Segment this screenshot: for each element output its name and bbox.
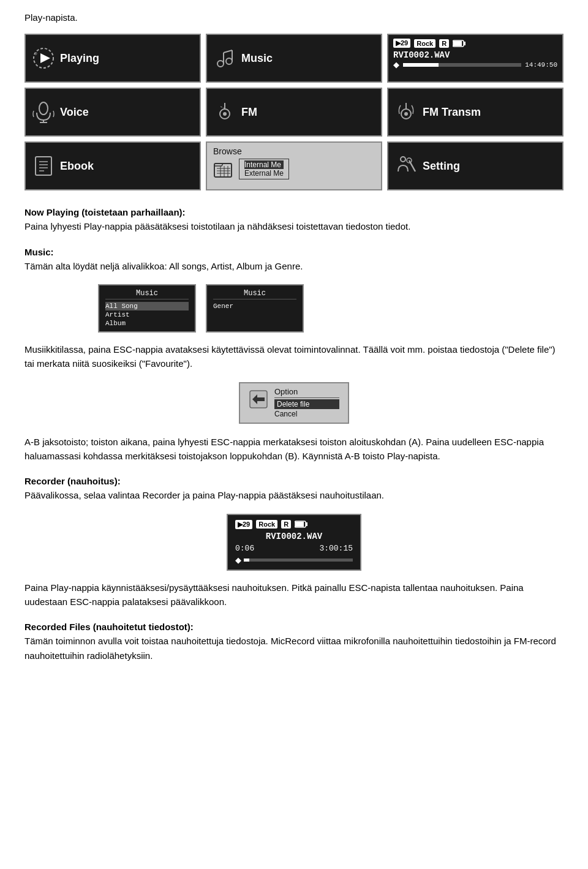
now-playing-heading: Now Playing (toistetaan parhaillaan):: [24, 207, 186, 217]
svg-rect-10: [453, 41, 462, 46]
browse-title: Browse: [213, 146, 242, 156]
section-recorder-text1: Paina Play-nappia käynnistääksesi/pysäyt…: [24, 581, 564, 609]
section-music: Music: Tämän alta löydät neljä alivalikk…: [24, 245, 564, 274]
music-screen-1-item-allsong: All Song: [105, 302, 189, 310]
rec-badge-play: ▶29: [235, 520, 252, 529]
section-ab-loop: A-B jaksotoisto; toiston aikana, paina l…: [24, 435, 564, 464]
music-label: Music: [241, 52, 273, 65]
music-screen-2-title: Music: [213, 289, 296, 299]
rec-badge-r: R: [281, 520, 291, 529]
music-heading: Music:: [24, 247, 54, 257]
now-playing-text: Now Playing (toistetaan parhaillaan): Pa…: [24, 205, 564, 234]
section-music-esc: Musiikkitilassa, paina ESC-nappia avatak…: [24, 342, 564, 371]
music-screen-2-item-gener: Gener: [213, 302, 296, 310]
svg-rect-21: [36, 157, 51, 175]
svg-text:♪: ♪: [35, 50, 38, 56]
screen-music: Music: [206, 34, 382, 83]
screen-fm: FM: [206, 88, 382, 137]
svg-rect-38: [257, 397, 265, 401]
recorder-screen-wrap: ▶29 Rock R RVI0002.WAV 0:06 3:00:15 ◆: [24, 514, 564, 571]
rec-progress-bar: [244, 559, 353, 562]
section-now-playing: Now Playing (toistetaan parhaillaan): Pa…: [24, 205, 564, 234]
recorded-files-body: Tämän toiminnon avulla voit toistaa nauh…: [24, 636, 556, 660]
now-playing-body: Paina lyhyesti Play-nappia pääsätäksesi …: [24, 221, 410, 231]
svg-rect-41: [295, 522, 304, 527]
setting-icon: [394, 154, 418, 178]
svg-point-4: [226, 58, 232, 64]
rec-battery-icon: [295, 520, 308, 529]
option-screen-wrap: Option Delete file Cancel: [24, 382, 564, 424]
music-screen-1-title: Music: [105, 289, 189, 299]
svg-point-11: [39, 102, 48, 115]
section-recorder: Recorder (nauhoitus): Päävalikossa, sela…: [24, 474, 564, 503]
svg-point-15: [223, 112, 227, 116]
rec-badge-rock: Rock: [256, 520, 277, 529]
music-body: Tämän alta löydät neljä alivalikkoa: All…: [24, 261, 303, 271]
browse-menu-item-external: External Me: [244, 169, 284, 178]
recorded-files-heading: Recorded Files (nauhoitetut tiedostot):: [24, 622, 194, 632]
option-menu-title: Option: [274, 387, 339, 398]
fm-label: FM: [241, 106, 257, 119]
rvi-dot: ◆: [393, 60, 399, 69]
browse-menu-item-internal: Internal Me: [244, 160, 284, 169]
rvi-badge-r: R: [439, 39, 449, 48]
voice-icon: [32, 100, 55, 124]
option-menu-delete: Delete file: [274, 399, 339, 409]
ab-loop-text: A-B jaksotoisto; toiston aikana, paina l…: [24, 435, 564, 464]
rvi-badge-play: ▶29: [393, 39, 410, 48]
svg-line-7: [224, 50, 232, 53]
music-text: Music: Tämän alta löydät neljä alivalikk…: [24, 245, 564, 274]
rvi-badge-rock: Rock: [414, 39, 435, 48]
screen-playing: ♪ Playing: [24, 34, 201, 83]
rvi-filename: RVI0002.WAV: [393, 50, 450, 60]
music-screen-2: Music Gener: [206, 284, 304, 333]
svg-line-34: [409, 160, 415, 171]
svg-rect-9: [464, 42, 466, 45]
svg-rect-40: [306, 522, 307, 526]
recorder-text: Recorder (nauhoitus): Päävalikossa, sela…: [24, 474, 564, 503]
page-title: Play-napista.: [24, 12, 564, 23]
option-menu: Option Delete file Cancel: [274, 387, 339, 419]
recorder-text1: Paina Play-nappia käynnistääksesi/pysäyt…: [24, 581, 564, 609]
screen-voice: Voice: [24, 88, 201, 137]
fm-icon: [213, 100, 236, 124]
voice-label: Voice: [60, 106, 89, 119]
playing-label: Playing: [60, 52, 99, 65]
recorder-screen: ▶29 Rock R RVI0002.WAV 0:06 3:00:15 ◆: [227, 514, 361, 571]
back-icon: [249, 389, 268, 409]
fm-transm-icon: [394, 100, 418, 124]
screen-grid: ♪ Playing Music ▶29 Rock R RVI0002.WAV ◆…: [24, 34, 564, 190]
music-icon: [213, 47, 236, 70]
screen-setting: Setting: [387, 141, 564, 190]
rvi-time: 14:49:50: [525, 61, 557, 69]
rec-filename: RVI0002.WAV: [235, 532, 353, 541]
battery-icon: [453, 39, 466, 48]
rec-dot: ◆: [235, 555, 241, 565]
browse-folder-icon: [213, 159, 234, 179]
rec-time-total: 3:00:15: [319, 544, 353, 553]
screen-ebook: Ebook: [24, 141, 201, 190]
recorder-body: Päävalikossa, selaa valintaa Recorder ja…: [24, 490, 384, 500]
ebook-label: Ebook: [60, 160, 94, 173]
music-esc-text: Musiikkitilassa, paina ESC-nappia avatak…: [24, 342, 564, 371]
fm-transm-label: FM Transm: [423, 106, 481, 119]
rvi-progress-bar: [403, 63, 521, 67]
recorded-files-text: Recorded Files (nauhoitetut tiedostot): …: [24, 620, 564, 663]
music-screens-container: Music All Song Artist Album Music Gener: [98, 284, 564, 333]
recorder-heading: Recorder (nauhoitus):: [24, 476, 121, 486]
svg-point-19: [404, 112, 408, 116]
browse-menu: Internal Me External Me: [239, 159, 289, 179]
music-screen-1-item-artist: Artist: [105, 310, 189, 319]
section-recorded-files: Recorded Files (nauhoitetut tiedostot): …: [24, 620, 564, 663]
ebook-icon: [32, 154, 55, 178]
svg-point-3: [217, 61, 224, 67]
svg-point-33: [401, 157, 405, 162]
play-icon: ♪: [32, 47, 55, 70]
music-screen-1-item-album: Album: [105, 319, 189, 328]
setting-label: Setting: [423, 160, 460, 173]
rec-time-elapsed: 0:06: [235, 544, 254, 553]
option-menu-cancel: Cancel: [274, 409, 339, 419]
screen-fm-transm: FM Transm: [387, 88, 564, 137]
screen-rvi: ▶29 Rock R RVI0002.WAV ◆ 14:49:50: [387, 34, 564, 83]
svg-marker-1: [40, 53, 50, 63]
